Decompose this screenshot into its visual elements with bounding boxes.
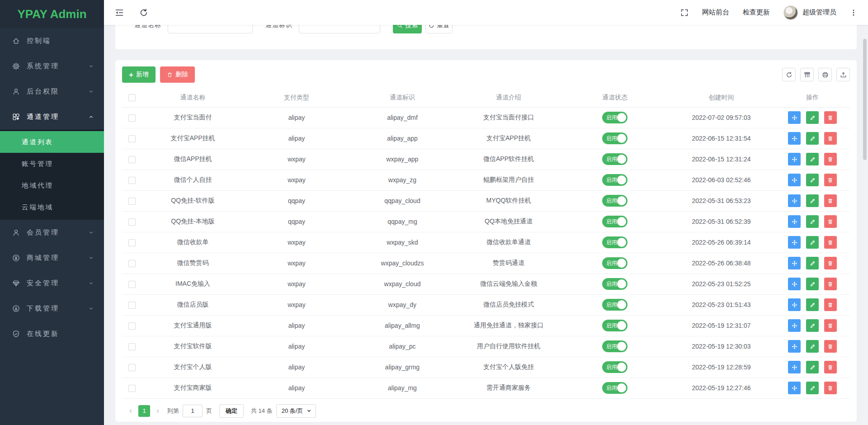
delete-row-button[interactable] [824, 319, 837, 332]
move-row-button[interactable] [788, 153, 801, 165]
jump-page-input[interactable] [183, 405, 203, 417]
delete-row-button[interactable] [824, 174, 837, 186]
table-refresh-button[interactable] [782, 68, 796, 81]
move-row-button[interactable] [788, 215, 801, 228]
user-menu[interactable]: 超级管理员 [783, 5, 836, 20]
status-toggle[interactable]: 启用 [602, 132, 627, 144]
move-row-button[interactable] [788, 132, 801, 145]
delete-row-button[interactable] [824, 215, 837, 228]
row-checkbox[interactable] [128, 281, 136, 288]
delete-row-button[interactable] [824, 153, 837, 165]
table-columns-button[interactable] [800, 68, 814, 81]
move-row-button[interactable] [788, 174, 801, 186]
table-print-button[interactable] [818, 68, 832, 81]
row-checkbox[interactable] [128, 198, 136, 205]
row-checkbox[interactable] [128, 156, 136, 163]
scrollbar-thumb[interactable] [863, 39, 867, 160]
page-size-select[interactable]: 20 条/页 [276, 404, 316, 418]
prev-page-button[interactable]: ‹ [125, 405, 137, 417]
delete-row-button[interactable] [824, 132, 837, 145]
sidebar-item-download[interactable]: 下载管理 [0, 296, 104, 321]
row-checkbox[interactable] [128, 260, 136, 267]
delete-row-button[interactable] [824, 298, 837, 311]
delete-row-button[interactable] [824, 382, 837, 394]
status-toggle[interactable]: 启用 [602, 174, 627, 186]
sidebar-item-channel[interactable]: 通道管理 [0, 104, 104, 129]
sidebar-subitem-account[interactable]: 账号管理 [0, 153, 104, 175]
status-toggle[interactable]: 启用 [602, 153, 627, 165]
sidebar-item-update[interactable]: 在线更新 [0, 321, 104, 346]
sidebar-item-system[interactable]: 系统管理 [0, 53, 104, 79]
row-checkbox[interactable] [128, 364, 136, 371]
delete-row-button[interactable] [824, 236, 837, 249]
row-checkbox[interactable] [128, 114, 136, 122]
move-row-button[interactable] [788, 111, 801, 124]
delete-row-button[interactable] [824, 340, 837, 353]
status-toggle[interactable]: 启用 [602, 236, 627, 248]
delete-button[interactable]: 删除 [160, 66, 195, 83]
edit-row-button[interactable] [806, 132, 819, 145]
row-checkbox[interactable] [128, 385, 136, 392]
sidebar-subitem-cloud-region[interactable]: 云端地域 [0, 196, 104, 218]
search-button[interactable]: 搜索 [393, 25, 422, 33]
table-export-button[interactable] [836, 68, 850, 81]
sidebar-subitem-region-agent[interactable]: 地域代理 [0, 175, 104, 196]
status-toggle[interactable]: 启用 [602, 112, 627, 123]
edit-row-button[interactable] [806, 361, 819, 373]
status-toggle[interactable]: 启用 [602, 382, 627, 394]
delete-row-button[interactable] [824, 111, 837, 124]
row-checkbox[interactable] [128, 239, 136, 246]
status-toggle[interactable]: 启用 [602, 320, 627, 331]
frontend-link[interactable]: 网站前台 [702, 8, 729, 17]
jump-confirm-button[interactable]: 确定 [219, 404, 244, 418]
sidebar-item-auth[interactable]: 后台权限 [0, 79, 104, 104]
channel-code-input[interactable] [299, 25, 380, 33]
select-all-checkbox[interactable] [128, 94, 136, 101]
sidebar-item-console[interactable]: 控制端 [0, 28, 104, 53]
move-row-button[interactable] [788, 236, 801, 249]
check-update-link[interactable]: 检查更新 [743, 8, 770, 17]
channel-name-input[interactable] [168, 25, 253, 33]
delete-row-button[interactable] [824, 361, 837, 373]
move-row-button[interactable] [788, 194, 801, 207]
more-menu-icon[interactable] [850, 9, 857, 16]
collapse-sidebar-icon[interactable] [115, 8, 124, 17]
move-row-button[interactable] [788, 278, 801, 290]
status-toggle[interactable]: 启用 [602, 278, 627, 290]
edit-row-button[interactable] [806, 236, 819, 249]
sidebar-subitem-channel-list[interactable]: 通道列表 [0, 131, 104, 153]
row-checkbox[interactable] [128, 218, 136, 226]
row-checkbox[interactable] [128, 322, 136, 330]
move-row-button[interactable] [788, 382, 801, 394]
sidebar-item-security[interactable]: 安全管理 [0, 270, 104, 296]
edit-row-button[interactable] [806, 298, 819, 311]
move-row-button[interactable] [788, 361, 801, 373]
edit-row-button[interactable] [806, 111, 819, 124]
sidebar-item-mall[interactable]: 商城管理 [0, 245, 104, 270]
edit-row-button[interactable] [806, 194, 819, 207]
edit-row-button[interactable] [806, 340, 819, 353]
status-toggle[interactable]: 启用 [602, 195, 627, 207]
row-checkbox[interactable] [128, 135, 136, 142]
status-toggle[interactable]: 启用 [602, 340, 627, 352]
edit-row-button[interactable] [806, 257, 819, 269]
move-row-button[interactable] [788, 319, 801, 332]
vertical-scrollbar[interactable] [863, 26, 867, 423]
move-row-button[interactable] [788, 340, 801, 353]
reset-button[interactable]: 重置 [425, 25, 453, 33]
row-checkbox[interactable] [128, 177, 136, 184]
status-toggle[interactable]: 启用 [602, 216, 627, 227]
current-page-button[interactable]: 1 [138, 405, 150, 417]
edit-row-button[interactable] [806, 215, 819, 228]
fullscreen-icon[interactable] [680, 9, 689, 17]
status-toggle[interactable]: 启用 [602, 257, 627, 269]
sidebar-item-member[interactable]: 会员管理 [0, 220, 104, 245]
edit-row-button[interactable] [806, 153, 819, 165]
edit-row-button[interactable] [806, 278, 819, 290]
status-toggle[interactable]: 启用 [602, 361, 627, 373]
next-page-button[interactable]: › [152, 405, 164, 417]
move-row-button[interactable] [788, 257, 801, 269]
add-button[interactable]: + 新增 [122, 66, 156, 83]
refresh-page-icon[interactable] [139, 8, 148, 17]
status-toggle[interactable]: 启用 [602, 299, 627, 311]
